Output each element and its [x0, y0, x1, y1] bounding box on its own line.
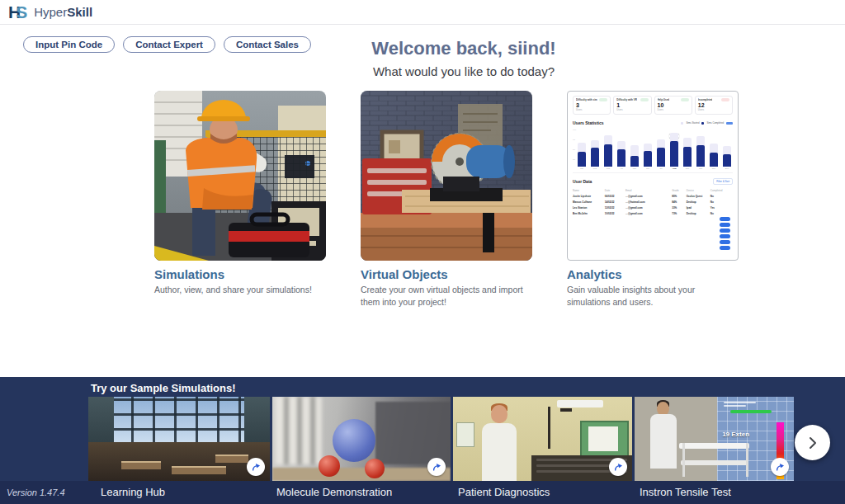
sample-patient-diagnostics[interactable]	[453, 397, 632, 481]
bar-jun: Jun	[644, 129, 652, 167]
stat-value: 3	[576, 102, 607, 108]
sample-instron-tensile-test[interactable]: 19 Exten	[635, 397, 794, 481]
table-row: Justin Lipshutz06/03/22…@gmail.com85%Ocu…	[573, 193, 733, 199]
molecule-atom-blue	[333, 419, 375, 462]
caption-learning-hub: Learning Hub	[101, 481, 165, 504]
cart-shelf	[681, 460, 748, 465]
chevron-right-icon	[806, 436, 819, 450]
card-simulations[interactable]: Simulations Author, view, and share your…	[154, 91, 326, 308]
glass-ceiling	[88, 397, 270, 445]
stat-badge	[721, 98, 729, 101]
user-data-table: NameDateEmailGradeDeviceCompletedJustin …	[573, 187, 733, 216]
table	[272, 468, 451, 481]
bar-jan: Jan	[578, 129, 586, 167]
bar-sep: Sep	[683, 129, 692, 167]
row-action-pill	[720, 223, 730, 227]
presentation-board	[580, 421, 629, 461]
card-desc-virtual-objects: Create your own virtual objects and impo…	[361, 284, 526, 308]
stat-sub: Users	[658, 108, 689, 111]
card-virtual-objects[interactable]: Virtual Objects Create your own virtual …	[361, 91, 532, 308]
stat-label: Incompleted	[698, 98, 713, 101]
card-analytics[interactable]: Difficulty with sim 3 Users Difficulty w…	[567, 91, 739, 308]
stat-help-used: Help Used 10 Users	[654, 96, 692, 115]
wall-chart	[456, 422, 474, 448]
bar-feb: Feb	[591, 129, 599, 167]
chart-legend: Sims Started Sims Completed	[681, 121, 733, 125]
filter-sort-button: Filter & Sort	[713, 178, 733, 185]
top-actions: Input Pin Code Contact Expert Contact Sa…	[23, 36, 311, 53]
cart-shelf	[679, 443, 749, 449]
bar-apr: Apr	[617, 129, 625, 167]
stat-label: Help Used	[658, 98, 670, 101]
hud-text	[724, 402, 756, 403]
stat-label: Difficulty with VR	[616, 98, 637, 101]
app-window: H S HyperSkill Input Pin Code Contact Ex…	[0, 0, 845, 504]
samples-heading: Try our Sample Simulations!	[91, 382, 236, 394]
table-header-row: NameDateEmailGradeDeviceCompleted	[573, 187, 733, 193]
air-conditioner	[557, 400, 603, 407]
stat-badge	[599, 98, 607, 101]
table-row: Ben McJohn10/02/22…@gmail.com73%DesktopN…	[573, 210, 733, 216]
caption-molecule-demonstration: Molecule Demonstration	[276, 481, 392, 504]
legend-link	[726, 122, 733, 125]
legend-swatch-started	[681, 122, 683, 125]
bar-may: May	[630, 129, 639, 167]
logo-letter-s: S	[16, 2, 27, 22]
bar-aug: Aug	[670, 129, 678, 167]
share-icon[interactable]	[247, 458, 265, 476]
legend-label-completed: Sims Completed	[706, 121, 724, 125]
card-desc-analytics: Gain valuable insights about your simula…	[567, 284, 732, 308]
hyperskill-logo-icon: H S	[8, 2, 27, 22]
input-pin-code-button[interactable]: Input Pin Code	[23, 36, 115, 53]
scientist-labcoat	[650, 414, 677, 469]
user-data-title: User Data	[573, 179, 592, 184]
row-action-pill	[720, 228, 730, 233]
home-cards: Simulations Author, view, and share your…	[154, 91, 739, 308]
worker-scene-illustration	[154, 91, 326, 261]
workshop-scene-illustration	[361, 91, 532, 261]
hud-text	[724, 405, 746, 407]
share-icon[interactable]	[427, 458, 446, 476]
brand-skill: Skill	[67, 5, 92, 19]
virtual-objects-image	[361, 91, 532, 261]
stat-badge	[640, 98, 649, 101]
display-table	[172, 466, 226, 474]
presentation-screen	[588, 426, 618, 451]
equipment-arm	[560, 408, 572, 412]
bar-nov: Nov	[710, 129, 718, 167]
stat-sub: Users	[576, 108, 607, 111]
contact-expert-button[interactable]: Contact Expert	[123, 36, 215, 53]
contact-sales-button[interactable]: Contact Sales	[224, 36, 311, 53]
brand-hyper: Hyper	[34, 5, 67, 19]
analytics-stat-row: Difficulty with sim 3 Users Difficulty w…	[573, 96, 733, 115]
display-table	[121, 461, 161, 469]
share-icon[interactable]	[609, 458, 627, 476]
row-action-pill	[720, 234, 730, 238]
share-icon[interactable]	[771, 458, 789, 476]
carousel-next-button[interactable]	[795, 425, 830, 460]
stat-badge	[681, 98, 689, 101]
simulations-image	[154, 91, 326, 261]
progress-bar	[730, 410, 772, 413]
table-action-pills	[720, 217, 730, 250]
stat-incompleted: Incompleted 12 Users	[695, 96, 733, 115]
overlay-label: 19 Exten	[722, 431, 749, 438]
table-row: Leo Stanton12/02/22…@gmail.com33%IpadYes	[573, 205, 733, 210]
card-title-virtual-objects: Virtual Objects	[361, 267, 532, 281]
blackboard	[375, 402, 451, 464]
patient-head	[491, 405, 507, 423]
bar-mar: Mar	[604, 129, 612, 167]
stat-difficulty-sim: Difficulty with sim 3 Users	[573, 96, 611, 115]
welcome-subtitle: What would you like to do today?	[83, 64, 845, 78]
card-title-simulations: Simulations	[154, 267, 326, 281]
cart-leg	[746, 443, 748, 477]
sample-molecule-demonstration[interactable]	[272, 397, 451, 481]
display-table	[215, 455, 248, 463]
stat-label: Difficulty with sim	[576, 98, 597, 101]
app-header: H S HyperSkill	[0, 0, 845, 25]
row-action-pill	[720, 217, 730, 221]
sample-learning-hub[interactable]	[88, 397, 270, 481]
stat-sub: Users	[698, 108, 729, 111]
patient-body	[482, 423, 517, 481]
table-row: Marcus Culhane14/02/22…@hotmail.com84%De…	[573, 199, 733, 205]
